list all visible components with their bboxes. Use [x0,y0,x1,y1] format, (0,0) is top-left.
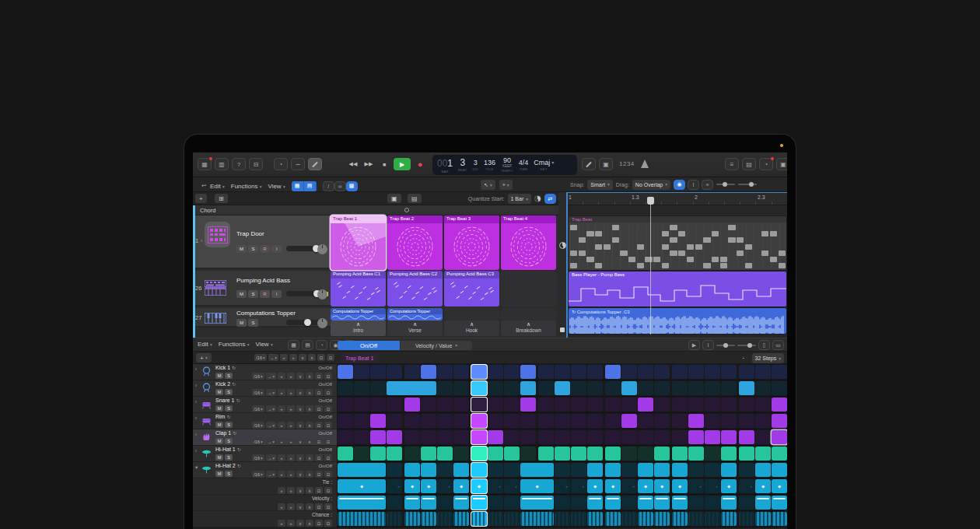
clear-step-icon[interactable]: ⊡ [327,354,334,361]
shift-right-icon[interactable]: » [287,389,295,396]
mode-onoff-button[interactable]: On/Off [338,341,400,350]
step-cell[interactable] [555,479,570,493]
divider-toggle-button[interactable]: ⇄ [544,194,556,204]
cell-play-progress-icon[interactable] [559,242,566,249]
step-cell[interactable] [587,479,603,493]
step-cell[interactable] [739,381,754,395]
draw-tool-icon[interactable]: / [323,181,334,191]
grid-view-toggle[interactable]: ▦▤ [292,181,317,191]
step-cell[interactable] [338,479,386,493]
rotate-select[interactable]: →▾ [266,405,276,412]
row-disclosure-icon[interactable]: › [195,432,197,437]
clear-step-icon[interactable]: ⊡ [324,503,332,510]
play-button[interactable]: ▶ [394,158,411,170]
random-step-icon[interactable]: ⊡ [315,422,323,429]
step-cell[interactable] [504,447,520,461]
step-cell[interactable] [654,512,670,526]
step-cell[interactable] [437,381,453,395]
shift-right-icon[interactable]: » [287,487,295,494]
step-cell[interactable] [354,365,369,379]
panel-split-line[interactable] [566,192,568,338]
step-cell[interactable] [739,496,754,510]
track-header-26[interactable]: 26Pumping Acid BassMSRI [193,271,331,307]
clear-step-icon[interactable]: ⊡ [324,471,332,478]
step-cell[interactable] [605,398,621,412]
rotate-select[interactable]: →▾ [266,438,276,445]
shift-right-icon[interactable]: » [287,520,295,527]
step-cell[interactable] [453,414,469,428]
step-cell[interactable] [755,447,771,461]
increment-icon[interactable]: ∧ [306,373,313,380]
step-cell[interactable] [605,430,621,444]
step-cell[interactable] [605,414,621,428]
step-cell[interactable] [688,447,704,461]
shift-left-icon[interactable]: « [278,438,285,445]
skip-cycle-icon[interactable]: » [702,180,713,190]
step-cell[interactable] [471,463,487,477]
pattern-length-select[interactable]: 32 Steps▾ [752,353,784,363]
row-mute-button[interactable]: M [215,405,223,412]
step-cell[interactable] [638,447,653,461]
browsers-icon[interactable]: ▣ [776,158,787,170]
loops-menu-view[interactable]: View ▾ [268,183,285,190]
step-cell[interactable] [571,398,586,412]
step-cell[interactable] [688,365,704,379]
step-cell[interactable] [705,463,720,477]
step-cell[interactable] [520,463,554,477]
step-cell[interactable] [739,447,754,461]
loop-cell[interactable]: Pumping Acid Bass C2 [387,271,443,307]
step-cell[interactable] [672,463,688,477]
step-cell[interactable] [453,447,469,461]
step-rate-select[interactable]: /16▾ [252,438,264,445]
step-cell[interactable] [587,381,603,395]
decrement-icon[interactable]: ∨ [296,520,304,527]
scene-trigger-verse[interactable]: ∧Verse [387,321,443,336]
step-cell[interactable] [338,398,353,412]
random-step-icon[interactable]: ⊡ [315,373,323,380]
midi-environment-icon[interactable]: ▣ [599,158,613,170]
clear-step-icon[interactable]: ⊡ [324,520,332,527]
step-cell[interactable] [387,381,436,395]
rewind-button[interactable]: ◀◀ [347,158,359,170]
step-cell[interactable] [538,414,554,428]
random-step-icon[interactable]: ⊡ [315,454,323,461]
step-cell[interactable] [705,447,720,461]
step-cell[interactable] [387,365,402,379]
step-cell[interactable] [488,447,503,461]
step-cell[interactable] [672,381,688,395]
step-cell[interactable] [504,479,520,493]
step-cell[interactable] [571,479,586,493]
input-button[interactable]: I [271,290,282,298]
step-cell[interactable] [638,365,653,379]
loop-cell[interactable]: Trap Beat 1 [331,215,386,270]
row-solo-button[interactable]: S [225,454,233,461]
step-cell[interactable] [555,496,570,510]
pattern-grid-icon[interactable]: ▦ [288,340,299,350]
step-cell[interactable] [404,398,420,412]
lcd-display[interactable]: 001 BAR 3 BEAT 3 DIV 136 TICK 90 KEEP [432,155,577,175]
loop-cell[interactable]: Computations Topper [331,308,386,321]
step-cell[interactable] [654,398,670,412]
decrement-icon[interactable]: ∨ [296,471,304,478]
loops-menu-edit[interactable]: Edit ▾ [210,183,225,190]
track-header-1[interactable]: 1›Trap DoorMSRI [193,215,331,269]
seq-menu-edit[interactable]: Edit ▾ [198,341,212,348]
step-cell[interactable] [471,479,487,493]
apple-loops-icon[interactable]: ◔ [759,158,773,170]
step-cell[interactable] [772,398,787,412]
increment-icon[interactable]: ∧ [306,389,313,396]
text-tool-icon[interactable]: I [688,180,699,190]
step-cell[interactable] [621,512,637,526]
seq-menu-view[interactable]: View ▾ [255,341,272,348]
row-mute-button[interactable]: M [215,389,223,395]
step-cell[interactable] [772,381,787,395]
mixer-icon[interactable]: ∼ [291,158,305,170]
step-cell[interactable] [571,414,586,428]
step-rate-select[interactable]: /16▾ [252,422,264,429]
row-header[interactable]: ▾Hi-Hat 2↻On/OffMS/16▾→▾«»∨∧⊡⊡ [193,462,338,478]
step-cell[interactable] [672,365,688,379]
step-cell[interactable] [338,512,386,526]
count-in-button[interactable]: 1234 [619,160,635,167]
row-mute-button[interactable]: M [215,454,223,461]
track-disclosure-icon[interactable]: › [201,238,202,243]
